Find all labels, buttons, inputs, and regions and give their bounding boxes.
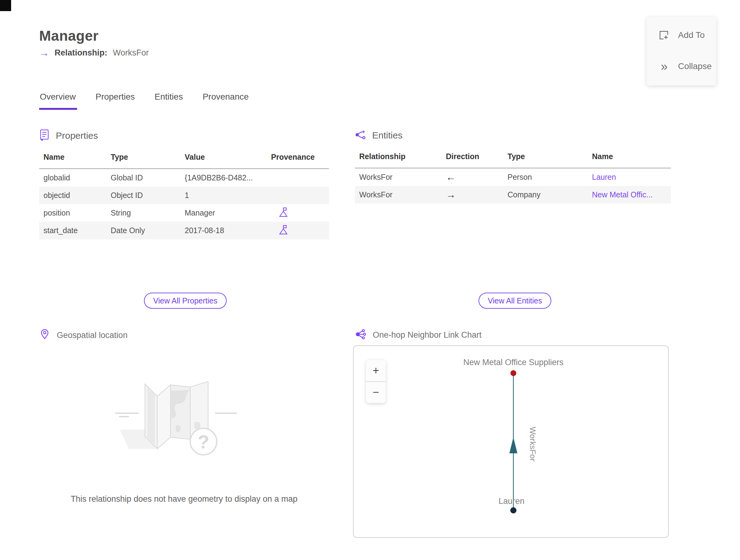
map-placeholder-illustration: ?	[102, 361, 274, 491]
company-node[interactable]	[511, 370, 517, 376]
property-name: objectid	[39, 191, 106, 200]
zoom-in-button[interactable]: +	[366, 360, 386, 382]
col-header-name: Name	[588, 152, 671, 161]
properties-icon	[39, 129, 50, 142]
relationship-details-page: Manager → Relationship: WorksFor Add To …	[0, 0, 740, 560]
zoom-control: + −	[366, 360, 386, 403]
entity-relationship: WorksFor	[355, 173, 442, 182]
provenance-flag-icon[interactable]	[279, 225, 288, 237]
collapse-button[interactable]: » Collapse	[647, 60, 716, 73]
tab-provenance[interactable]: Provenance	[202, 92, 250, 110]
properties-table-body: globalid Global ID {1A9DB2B6-D482...	[39, 169, 329, 239]
property-value: {1A9DB2B6-D482...	[180, 173, 267, 182]
property-type: String	[106, 208, 180, 217]
person-node[interactable]	[510, 507, 517, 514]
table-row[interactable]: globalid Global ID {1A9DB2B6-D482...	[39, 169, 329, 187]
edge-arrowhead-icon	[510, 437, 518, 453]
tab-bar: Overview Properties Entities Provenance	[39, 92, 250, 110]
col-header-type: Type	[503, 152, 588, 161]
col-header-relationship: Relationship	[355, 152, 442, 161]
geospatial-heading-label: Geospatial location	[57, 331, 128, 340]
tab-properties[interactable]: Properties	[95, 92, 136, 110]
properties-heading: Properties	[39, 129, 329, 142]
property-value: 2017-08-18	[180, 226, 267, 235]
collapse-label: Collapse	[678, 61, 712, 71]
provenance-flag-icon[interactable]	[279, 207, 288, 219]
property-value: 1	[180, 191, 267, 200]
view-all-entities-button[interactable]: View All Entities	[478, 293, 551, 309]
link-chart-icon	[355, 329, 367, 341]
property-name: globalid	[39, 173, 106, 182]
page-title: Manager	[39, 27, 99, 44]
property-type: Object ID	[106, 191, 180, 200]
relationship-label: Relationship:	[55, 48, 107, 58]
property-type: Global ID	[106, 173, 180, 182]
entity-type: Person	[503, 173, 588, 182]
table-row[interactable]: WorksFor ← Person Lauren	[355, 168, 671, 186]
properties-heading-label: Properties	[56, 130, 98, 141]
entity-name-link[interactable]: New Metal Offic...	[588, 190, 671, 199]
col-header-provenance: Provenance	[267, 153, 329, 162]
table-row[interactable]: WorksFor → Company New Metal Offic...	[355, 186, 671, 203]
collapse-icon: »	[658, 60, 670, 73]
entities-heading-label: Entities	[372, 130, 402, 141]
properties-table: Name Type Value Provenance globalid Glob…	[39, 153, 329, 239]
view-all-properties-button[interactable]: View All Properties	[144, 293, 226, 309]
corner-square	[0, 0, 11, 11]
entities-icon	[355, 129, 366, 142]
table-row[interactable]: objectid Object ID 1	[39, 187, 329, 204]
entity-type: Company	[503, 190, 588, 199]
col-header-type: Type	[106, 153, 180, 162]
actions-panel: Add To » Collapse	[647, 17, 716, 85]
person-node-label: Lauren	[498, 496, 525, 506]
geospatial-empty-message: This relationship does not have geometry…	[39, 494, 329, 504]
link-chart-heading-label: One-hop Neighbor Link Chart	[373, 330, 482, 340]
properties-table-header: Name Type Value Provenance	[39, 153, 329, 169]
link-chart-panel[interactable]: WorksFor New Metal Office Suppliers Laur…	[353, 345, 669, 538]
col-header-name: Name	[39, 153, 106, 162]
property-name: start_date	[39, 226, 106, 235]
entities-table: Relationship Direction Type Name WorksFo…	[355, 152, 671, 203]
property-name: position	[39, 208, 106, 217]
question-mark-glyph: ?	[198, 431, 209, 452]
entities-section: Entities Relationship Direction Type Nam…	[355, 129, 671, 203]
add-to-button[interactable]: Add To	[647, 29, 716, 41]
property-value: Manager	[180, 208, 267, 217]
entity-direction-arrow-icon: ←	[442, 172, 503, 183]
col-header-direction: Direction	[442, 152, 503, 161]
breadcrumb: → Relationship: WorksFor	[39, 48, 149, 58]
tab-overview[interactable]: Overview	[39, 92, 77, 110]
relationship-arrow-icon: →	[39, 48, 49, 58]
entities-table-header: Relationship Direction Type Name	[355, 152, 671, 168]
company-node-label: New Metal Office Suppliers	[463, 358, 563, 367]
entity-relationship: WorksFor	[355, 190, 442, 199]
table-row[interactable]: position String Manager	[39, 204, 329, 222]
geospatial-heading: Geospatial location	[40, 329, 128, 342]
edge-label: WorksFor	[528, 427, 537, 462]
link-chart-heading: One-hop Neighbor Link Chart	[355, 329, 482, 341]
col-header-value: Value	[180, 153, 267, 162]
relationship-type-value: WorksFor	[113, 48, 149, 58]
add-to-label: Add To	[678, 30, 705, 40]
table-row[interactable]: start_date Date Only 2017-08-18	[39, 222, 329, 239]
property-type: Date Only	[106, 226, 180, 235]
entity-name-link[interactable]: Lauren	[588, 173, 671, 182]
zoom-out-button[interactable]: −	[366, 382, 386, 403]
tab-entities[interactable]: Entities	[154, 92, 184, 110]
entity-direction-arrow-icon: →	[442, 189, 503, 200]
map-pin-icon	[40, 329, 49, 342]
add-to-icon	[658, 30, 670, 40]
entities-heading: Entities	[355, 129, 671, 142]
properties-section: Properties Name Type Value Provenance gl…	[39, 129, 329, 239]
entities-table-body: WorksFor ← Person Lauren WorksFor → Comp…	[355, 168, 671, 203]
